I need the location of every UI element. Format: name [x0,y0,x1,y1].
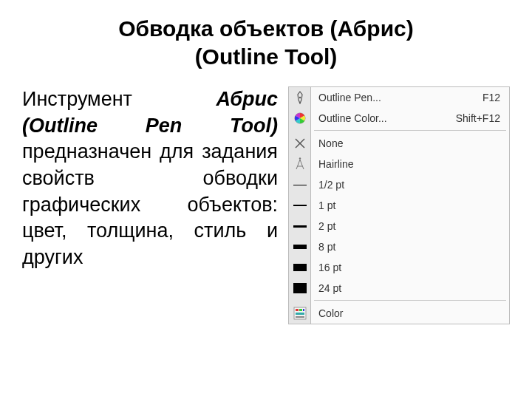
svg-rect-10 [296,313,304,315]
menu-label: 1 pt [311,200,509,211]
svg-rect-11 [296,316,304,318]
menu-label: Outline Color... [311,112,456,124]
menu-label: None [311,137,509,149]
line-weight-icon [289,257,311,278]
para-lead: Инструмент [22,88,216,110]
menu-item-outline-pen[interactable]: Outline Pen... F12 [289,87,509,108]
menu-item-none[interactable]: None [289,133,509,154]
para-rest: предназначен для задания свойств обводки… [22,140,278,268]
description-paragraph: Инструмент Абрис (Outline Pen Tool) пред… [22,86,288,270]
title-line-1: Обводка объектов (Абрис) [118,16,414,41]
menu-label: 2 pt [311,220,509,232]
menu-label: 16 pt [311,262,509,273]
menu-item-1pt[interactable]: 1 pt [289,195,509,216]
line-weight-icon [289,278,311,299]
menu-shortcut: F12 [482,92,509,103]
svg-rect-7 [296,309,299,311]
menu-label: 24 pt [311,282,509,294]
menu-label: 8 pt [311,241,509,253]
svg-point-0 [299,97,300,98]
menu-label: 1/2 pt [311,179,509,191]
menu-item-2pt[interactable]: 2 pt [289,216,509,236]
menu-label: Hairline [311,158,509,170]
menu-item-16pt[interactable]: 16 pt [289,257,509,278]
menu-label: Outline Pen... [311,92,482,103]
no-outline-icon [289,133,311,154]
line-weight-icon [289,236,311,257]
menu-label: Color [311,307,509,319]
menu-item-hairline[interactable]: Hairline [289,154,509,174]
pen-nib-icon [289,87,311,108]
line-weight-icon [289,174,311,195]
slide-title: Обводка объектов (Абрис) (Outline Tool) [22,15,510,70]
para-bold-2: (Outline Pen Tool) [22,115,278,137]
outline-flyout-menu: Outline Pen... F12 Outline Color... Shif… [288,86,510,324]
line-weight-icon [289,216,311,236]
svg-rect-8 [299,309,302,311]
content-row: Инструмент Абрис (Outline Pen Tool) пред… [22,86,510,324]
menu-item-24pt[interactable]: 24 pt [289,278,509,299]
color-docker-icon [289,303,311,324]
menu-item-color-docker[interactable]: Color [289,303,509,324]
para-bold-1: Абрис [216,88,278,110]
menu-item-outline-color[interactable]: Outline Color... Shift+F12 [289,108,509,129]
svg-point-5 [299,157,300,159]
menu-item-8pt[interactable]: 8 pt [289,236,509,257]
title-line-2: (Outline Tool) [195,44,338,69]
hairline-icon [289,154,311,174]
svg-rect-9 [303,309,304,311]
color-wheel-icon [289,108,311,129]
menu-shortcut: Shift+F12 [456,112,509,124]
menu-item-half-pt[interactable]: 1/2 pt [289,174,509,195]
line-weight-icon [289,195,311,216]
